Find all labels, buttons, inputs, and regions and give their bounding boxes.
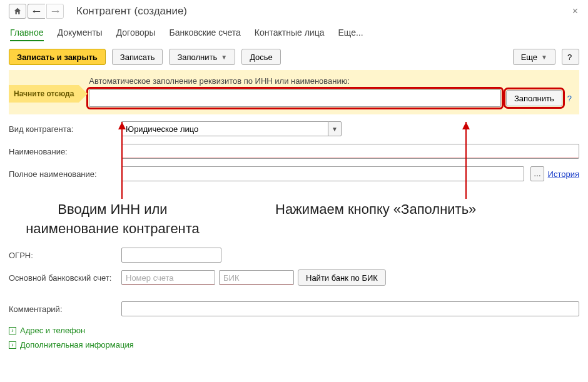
more-label: Еще [521,53,537,62]
dossier-button[interactable]: Досье [241,49,281,65]
bank-account-input[interactable] [121,270,215,285]
section-extra-toggle[interactable]: › Дополнительная информация [9,338,579,352]
caret-down-icon: ▼ [332,126,338,133]
caret-down-icon: ▼ [221,54,227,61]
section-extra-label: Дополнительная информация [20,340,134,349]
bank-label: Основной банковский счет: [9,273,121,283]
bank-bik-input[interactable] [219,270,294,285]
section-address-label: Адрес и телефон [20,326,85,335]
annotation-right: Нажимаем кнопку «Заполнить» [275,200,476,219]
tab-documents[interactable]: Документы [58,28,103,41]
type-label: Вид контрагента: [9,124,121,134]
tab-contacts[interactable]: Контактные лица [255,28,325,41]
autofill-label: Автоматическое заполнение реквизитов по … [89,76,572,86]
autofill-input[interactable] [89,89,501,107]
history-link[interactable]: История [548,169,579,179]
tab-more[interactable]: Еще... [338,28,363,41]
save-button[interactable]: Записать [112,49,163,65]
save-and-close-button[interactable]: Записать и закрыть [9,49,106,65]
ogrn-label: ОГРН: [9,251,121,260]
home-icon [13,7,22,16]
autofill-panel: Начните отсюда Автоматическое заполнение… [9,70,579,114]
comment-input[interactable] [121,301,579,316]
tab-bank-accounts[interactable]: Банковские счета [170,28,241,41]
help-button[interactable]: ? [562,49,579,65]
chevron-right-icon: › [9,341,16,349]
toolbar: Записать и закрыть Записать Заполнить ▼ … [0,46,588,70]
fill-label: Заполнить [177,53,217,62]
annotation-left: Вводим ИНН или наименование контрагента [13,200,213,239]
arrow-left-icon: 🡐 [33,7,41,16]
fullname-more-button[interactable]: … [530,166,544,181]
type-select-toggle[interactable]: ▼ [328,121,342,136]
home-button[interactable] [9,4,26,19]
caret-down-icon: ▼ [541,54,547,61]
fullname-label: Полное наименование: [9,169,121,179]
tab-main[interactable]: Главное [10,28,44,41]
arrow-right-icon: 🡒 [51,7,59,16]
autofill-help[interactable]: ? [567,94,572,103]
name-label: Наименование: [9,147,121,156]
ogrn-input[interactable] [121,248,221,263]
tabs: Главное Документы Договоры Банковские сч… [0,21,588,46]
name-input[interactable] [121,144,579,159]
section-address-toggle[interactable]: › Адрес и телефон [9,323,579,338]
autofill-fill-button[interactable]: Заполнить [506,90,562,106]
chevron-right-icon: › [9,327,16,334]
tab-contracts[interactable]: Договоры [116,28,156,41]
fullname-input[interactable] [121,166,524,181]
back-button[interactable]: 🡐 [28,4,45,19]
forward-button[interactable]: 🡒 [46,4,64,19]
page-title: Контрагент (создание) [76,5,187,18]
fill-dropdown-button[interactable]: Заполнить ▼ [169,49,235,65]
comment-label: Комментарий: [9,304,121,314]
find-bank-button[interactable]: Найти банк по БИК [298,269,386,286]
more-dropdown-button[interactable]: Еще ▼ [513,49,555,65]
close-button[interactable]: × [569,6,582,17]
type-select[interactable] [121,121,328,136]
start-here-badge: Начните отсюда [9,85,79,103]
